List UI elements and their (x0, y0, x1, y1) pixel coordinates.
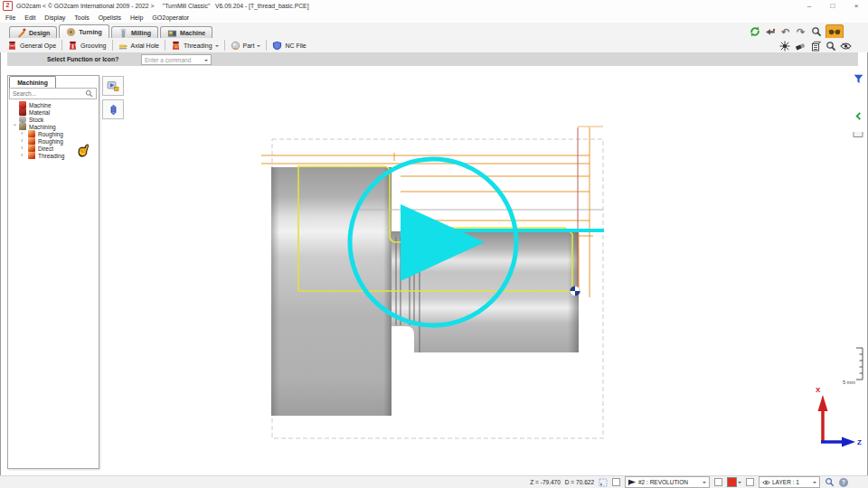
collapse-caret-icon[interactable]: › (21, 145, 26, 151)
entity-checkbox[interactable] (612, 478, 620, 486)
go2-glasses-icon[interactable] (826, 24, 844, 39)
tree-label: Machining (29, 124, 56, 130)
menu-go2operator[interactable]: GO2operator (152, 14, 189, 21)
tree-item-roughing-1[interactable]: › Roughing (8, 130, 97, 137)
zoom-plus-icon[interactable] (825, 40, 836, 52)
part-dropdown-caret-icon[interactable] (257, 45, 260, 49)
milling-icon (118, 28, 128, 38)
layer-select-caret-icon (813, 482, 816, 485)
operation-icon (28, 137, 35, 145)
close-button[interactable]: × (844, 0, 868, 12)
visibility-eye-icon[interactable] (840, 40, 852, 52)
panel-tab-machining[interactable]: Machining (9, 76, 56, 88)
minimize-button[interactable]: – (797, 0, 821, 12)
collapse-caret-icon[interactable]: › (21, 138, 26, 144)
zoom-icon[interactable] (810, 26, 822, 38)
scale-ruler: 5 mm (843, 348, 863, 385)
help-button[interactable]: ? (839, 478, 848, 487)
tree-item-machine[interactable]: Machine (8, 101, 97, 108)
tree-label: Threading (38, 153, 64, 159)
viewport-canvas[interactable]: 5 mm X Z (99, 66, 868, 474)
part-button[interactable]: Part (226, 39, 266, 52)
spider-icon[interactable] (778, 40, 790, 52)
command-bar-label: Select Function or Icon? (47, 56, 118, 62)
tree-label: Roughing (38, 131, 63, 137)
d-coordinate: D =70.622 (565, 479, 594, 485)
stock-icon (19, 116, 26, 123)
tree-item-material[interactable]: Material (8, 108, 97, 116)
tab-machine[interactable]: Machine (160, 26, 212, 39)
menu-bar: File Edit Display Tools Opelists Help GO… (0, 12, 868, 23)
divider (165, 40, 165, 51)
search-input[interactable] (10, 90, 85, 97)
menu-opelists[interactable]: Opelists (99, 14, 121, 21)
axis-z-label: Z (857, 438, 862, 446)
ribbon-tab-row: Design Turning Milling Machine ↶ (0, 23, 868, 39)
tab-design[interactable]: Design (9, 26, 57, 39)
command-combo[interactable]: Enter a command (141, 54, 212, 65)
command-bar: Select Function or Icon? Enter a command (7, 52, 858, 66)
layer-checkbox[interactable] (746, 478, 754, 486)
tree-label: Machine (29, 102, 52, 108)
tab-design-label: Design (29, 30, 50, 36)
shading-icon[interactable] (809, 40, 821, 52)
part-label: Part (243, 42, 255, 49)
scale-label: 5 mm (843, 380, 855, 385)
color-swatch-caret-icon[interactable] (738, 482, 741, 485)
menu-help[interactable]: Help (130, 14, 143, 21)
general-ope-label: General Ope (20, 42, 56, 49)
layer-select-value: LAYER : 1 (772, 479, 809, 485)
revolution-flag-icon (628, 479, 637, 486)
tree-label: Material (29, 109, 50, 116)
undercut-notch (392, 326, 414, 353)
tree-item-stock[interactable]: Stock (8, 116, 97, 123)
title-bar: 2 GO2cam < © GO2cam International 2009 -… (0, 0, 868, 12)
regen-icon[interactable] (749, 26, 760, 38)
expand-caret-icon[interactable]: › (12, 124, 17, 129)
operation-icon (28, 130, 35, 137)
operation-icon (28, 145, 35, 152)
material-icon (19, 108, 26, 116)
menu-tools[interactable]: Tools (74, 14, 89, 21)
general-ope-button[interactable]: General Ope (3, 39, 61, 52)
axial-hole-button[interactable]: Axial Hole (114, 39, 165, 52)
tab-turning[interactable]: Turning (59, 24, 109, 39)
undo-icon[interactable]: ↶ (779, 26, 791, 38)
entity-select[interactable]: #2 : REVOLUTION (625, 476, 710, 488)
command-combo-caret-icon (204, 60, 208, 63)
grooving-label: Grooving (80, 42, 106, 49)
nc-file-label: NC File (285, 42, 306, 49)
threading-dropdown-caret-icon[interactable] (215, 45, 219, 49)
divider (112, 40, 113, 51)
eraser-icon[interactable] (794, 40, 806, 52)
layer-select[interactable]: LAYER : 1 (759, 476, 820, 488)
redo-icon[interactable]: ↷ (795, 26, 807, 38)
tree-item-machining[interactable]: › Machining (8, 123, 97, 130)
grooving-icon (68, 41, 78, 51)
tab-milling-label: Milling (131, 30, 151, 36)
command-combo-placeholder: Enter a command (145, 57, 191, 63)
tab-turning-label: Turning (79, 29, 102, 35)
panel-tab-label: Machining (17, 80, 48, 86)
collapse-caret-icon[interactable]: › (21, 153, 26, 158)
threading-button[interactable]: Threading (166, 39, 223, 52)
tree-label: Direct (38, 145, 53, 152)
menu-edit[interactable]: Edit (24, 14, 35, 21)
tree-label: Stock (29, 117, 43, 123)
threading-label: Threading (184, 42, 212, 49)
tab-milling[interactable]: Milling (111, 26, 158, 39)
nc-file-button[interactable]: NC File (268, 39, 310, 52)
grid-icon[interactable] (599, 478, 608, 487)
color-swatch[interactable] (727, 477, 737, 487)
entity-select-caret-icon (703, 482, 706, 485)
search-box[interactable] (9, 88, 97, 99)
pointer-icon[interactable] (764, 26, 776, 38)
menu-file[interactable]: File (5, 14, 15, 21)
grooving-button[interactable]: Grooving (63, 39, 110, 52)
menu-display[interactable]: Display (44, 14, 65, 21)
color-checkbox[interactable] (714, 478, 722, 486)
operation-icon (28, 152, 35, 159)
maximize-button[interactable]: □ (821, 0, 844, 12)
collapse-caret-icon[interactable]: › (21, 131, 26, 136)
zoom-selection-icon[interactable] (825, 477, 835, 487)
